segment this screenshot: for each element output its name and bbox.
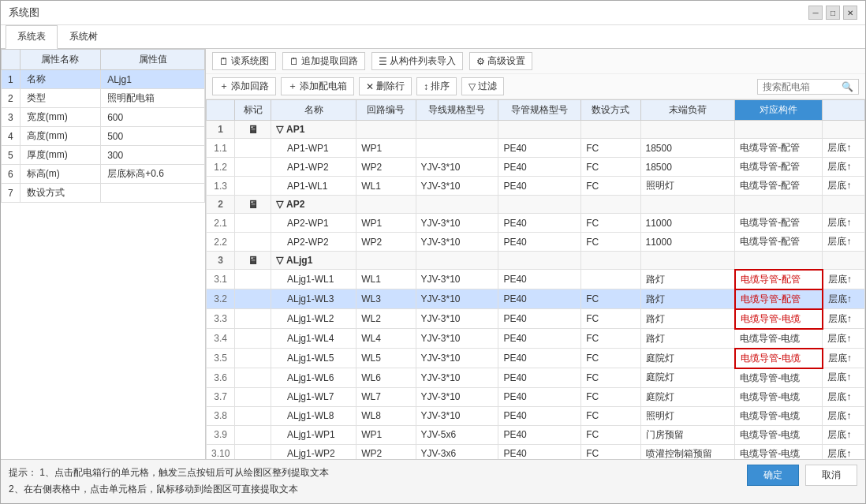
cancel-button[interactable]: 取消 [805,465,857,486]
add-loop-icon: ＋ [219,80,229,93]
title-bar: 系统图 ─ □ ✕ [1,1,865,25]
col-num [207,100,235,121]
prop-row-6[interactable]: 6 标高(m) 层底标高+0.6 [2,165,205,184]
table-row[interactable]: 3🖥▽ALjg1 [207,252,865,270]
table-row[interactable]: 3.10ALjg1-WP2WP2YJV-3x6PE40FC喷灌控制箱预留电缆导管… [207,444,865,459]
data-grid[interactable]: 标记 名称 回路编号 导线规格型号 导管规格型号 数设方式 末端负荷 对应构件 … [206,99,865,459]
table-row[interactable]: 1.2AP1-WP2WP2YJV-3*10PE40FC18500电缆导管-配管层… [207,158,865,177]
table-row[interactable]: 1.3AP1-WL1WL1YJV-3*10PE40FC照明灯电缆导管-配管层底↑ [207,177,865,196]
table-row[interactable]: 2.1AP2-WP1WP1YJV-3*10PE40FC11000电缆导管-配管层… [207,214,865,233]
col-header-value: 属性值 [101,50,205,70]
read-system-btn[interactable]: 🗒 读系统图 [212,52,276,70]
sort-icon: ↕ [424,81,428,92]
window-title: 系统图 [9,6,39,20]
confirm-button[interactable]: 确定 [747,465,799,486]
add-panel-icon: ＋ [288,80,297,93]
close-button[interactable]: ✕ [843,6,857,20]
add-circuit-btn[interactable]: 🗒 追加提取回路 [282,52,365,70]
table-row[interactable]: 3.6ALjg1-WL6WL6YJV-3*10PE40FC庭院灯电缆导管-电缆层… [207,368,865,388]
prop-row-3[interactable]: 3 宽度(mm) 600 [2,108,205,127]
toolbar-bottom: ＋ 添加回路 ＋ 添加配电箱 ✕ 删除行 ↕ 排序 ▽ 过滤 [206,74,865,99]
add-loop-btn[interactable]: ＋ 添加回路 [212,77,276,95]
search-box: 🔍 [757,79,859,95]
search-icon: 🔍 [842,81,853,92]
advanced-settings-btn[interactable]: ⚙ 高级设置 [469,52,532,70]
table-row[interactable]: 3.1ALjg1-WL1WL1YJV-3*10PE40路灯电缆导管-配管层底↑ [207,270,865,289]
tab-system-tree[interactable]: 系统树 [58,25,110,48]
add-panel-btn[interactable]: ＋ 添加配电箱 [281,77,354,95]
minimize-button[interactable]: ─ [808,6,823,20]
table-row[interactable]: 3.4ALjg1-WL4WL4YJV-3*10PE40FC路灯电缆导管-电缆层底… [207,329,865,349]
sort-btn[interactable]: ↕ 排序 [416,77,457,95]
prop-row-1[interactable]: 1 名称 ALjg1 [2,70,205,89]
col-conduit: 导管规格型号 [498,100,581,121]
table-row[interactable]: 3.8ALjg1-WL8WL8YJV-3*10PE40FC照明灯电缆导管-电缆层… [207,406,865,425]
left-properties-panel: 属性名称 属性值 1 名称 ALjg1 2 类型 照明配电箱 3 宽度(mm) … [1,49,206,459]
right-panel: 🗒 读系统图 🗒 追加提取回路 ☰ 从构件列表导入 ⚙ 高级设置 [206,49,865,459]
grid-table: 标记 名称 回路编号 导线规格型号 导管规格型号 数设方式 末端负荷 对应构件 … [206,99,865,459]
col-mark: 标记 [235,100,271,121]
col-wire: 导线规格型号 [416,100,498,121]
col-mode: 数设方式 [581,100,640,121]
table-row[interactable]: 2🖥▽AP2 [207,196,865,214]
table-row[interactable]: 1.1AP1-WP1WP1PE40FC18500电缆导管-配管层底↑ [207,139,865,158]
settings-icon: ⚙ [476,56,485,67]
prop-row-4[interactable]: 4 高度(mm) 500 [2,127,205,146]
prop-row-7[interactable]: 7 数设方式 [2,184,205,203]
col-component: 对应构件 [735,100,823,121]
hint-text: 提示： 1、点击配电箱行的单元格，触发三点按钮后可从绘图区整列提取文本 2、在右… [9,465,329,498]
toolbar-top: 🗒 读系统图 🗒 追加提取回路 ☰ 从构件列表导入 ⚙ 高级设置 [206,49,865,74]
delete-icon: ✕ [366,81,374,92]
prop-row-5[interactable]: 5 厚度(mm) 300 [2,146,205,165]
col-circuit: 回路编号 [356,100,416,121]
tab-bar: 系统表 系统树 [1,25,865,49]
grid-header-row: 标记 名称 回路编号 导线规格型号 导管规格型号 数设方式 末端负荷 对应构件 [207,100,865,121]
read-system-icon: 🗒 [219,56,229,67]
import-icon: ☰ [379,56,387,67]
table-row[interactable]: 3.3ALjg1-WL2WL2YJV-3*10PE40FC路灯电缆导管-电缆层底… [207,309,865,329]
table-row[interactable]: 1🖥▽AP1 [207,121,865,139]
tab-system-table[interactable]: 系统表 [6,25,58,49]
prop-row-2[interactable]: 2 类型 照明配电箱 [2,89,205,108]
table-row[interactable]: 3.7ALjg1-WL7WL7YJV-3*10PE40FC庭院灯电缆导管-电缆层… [207,387,865,406]
maximize-button[interactable]: □ [826,6,840,20]
table-row[interactable]: 3.9ALjg1-WP1WP1YJV-5x6PE40FC门房预留电缆导管-电缆层… [207,425,865,444]
add-circuit-icon: 🗒 [289,56,299,67]
delete-row-btn[interactable]: ✕ 删除行 [359,77,412,95]
filter-icon: ▽ [468,81,476,92]
col-name: 名称 [271,100,356,121]
table-row[interactable]: 3.5ALjg1-WL5WL5YJV-3*10PE40FC庭院灯电缆导管-电缆层… [207,349,865,368]
filter-btn[interactable]: ▽ 过滤 [461,77,504,95]
table-row[interactable]: 2.2AP2-WP2WP2YJV-3*10PE40FC11000电缆导管-配管层… [207,233,865,252]
bottom-bar: 提示： 1、点击配电箱行的单元格，触发三点按钮后可从绘图区整列提取文本 2、在右… [1,459,865,503]
import-from-list-btn[interactable]: ☰ 从构件列表导入 [371,52,463,70]
window-controls: ─ □ ✕ [808,6,857,20]
dialog-buttons: 确定 取消 [747,465,857,486]
properties-table: 属性名称 属性值 1 名称 ALjg1 2 类型 照明配电箱 3 宽度(mm) … [1,49,205,203]
col-header-name: 属性名称 [20,50,101,70]
col-extra [823,100,865,121]
table-row[interactable]: 3.2ALjg1-WL3WL3YJV-3*10PE40FC路灯电缆导管-配管层底… [207,289,865,309]
col-load: 末端负荷 [640,100,735,121]
search-input[interactable] [763,81,842,92]
